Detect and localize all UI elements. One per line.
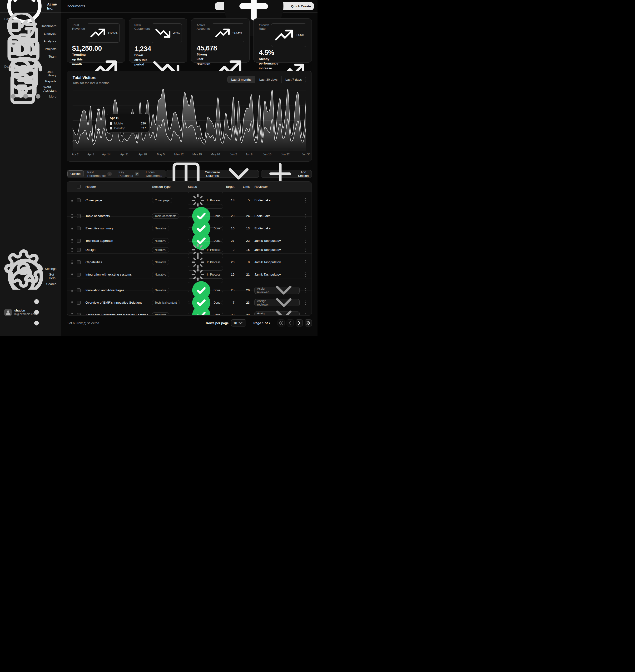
drag-handle-icon[interactable] — [69, 226, 74, 231]
limit-value[interactable]: 23 — [237, 301, 250, 304]
previous-page-button[interactable] — [287, 319, 294, 327]
row-header-title[interactable]: Cover page — [85, 199, 152, 202]
stat-card-label: New Customers — [134, 23, 150, 30]
add-section-button[interactable]: Add Section — [261, 170, 312, 178]
row-menu-button[interactable] — [303, 287, 309, 294]
target-value[interactable]: 10 — [223, 227, 237, 230]
rows-per-page-select[interactable]: 10 — [231, 319, 246, 327]
limit-value[interactable]: 8 — [237, 260, 250, 264]
row-checkbox[interactable] — [77, 260, 81, 264]
row-menu-button[interactable] — [303, 213, 309, 219]
limit-value[interactable]: 24 — [237, 214, 250, 218]
row-header-title[interactable]: Innovation and Advantages — [85, 288, 152, 292]
quick-create-label: Quick Create — [291, 4, 311, 8]
sidebar-header: Acme Inc. — [0, 0, 61, 13]
sidebar-group-documents: DocumentsData LibraryReportsWord Assista… — [2, 64, 58, 100]
section-type-badge: Narrative — [152, 260, 169, 265]
row-checkbox[interactable] — [77, 288, 81, 292]
first-page-button[interactable] — [278, 319, 285, 327]
row-menu-button[interactable] — [303, 197, 309, 204]
limit-value[interactable]: 21 — [237, 273, 250, 276]
table-tabs: OutlinePast Performance3Key Personnel2Fo… — [67, 170, 166, 178]
drag-handle-icon[interactable] — [69, 214, 74, 219]
trend-badge: +12.5% — [212, 23, 244, 42]
sidebar-item-search[interactable]: Search — [2, 280, 58, 288]
tooltip-desktop-value: 327 — [140, 126, 146, 130]
tab-label: Focus Documents — [146, 171, 162, 178]
next-page-button[interactable] — [295, 319, 303, 327]
row-header-title[interactable]: Capabilities — [85, 260, 152, 264]
row-header-title[interactable]: Executive summary — [85, 227, 152, 230]
table-row-overview-of-emr-s-innovative-solutions: Overview of EMR's Innovative SolutionsTe… — [67, 291, 311, 303]
target-value[interactable]: 2 — [223, 248, 237, 251]
limit-value[interactable]: 13 — [237, 227, 250, 230]
sidebar-item-more[interactable]: More — [2, 93, 58, 100]
row-checkbox[interactable] — [77, 273, 81, 276]
row-menu-button[interactable] — [303, 259, 309, 266]
drag-handle-icon[interactable] — [69, 247, 74, 252]
row-header-title[interactable]: Design — [85, 248, 152, 251]
row-checkbox[interactable] — [77, 199, 81, 202]
row-checkbox[interactable] — [77, 313, 81, 316]
range-button-last-3-months[interactable]: Last 3 months — [227, 76, 255, 83]
row-menu-button[interactable] — [303, 312, 309, 316]
target-value[interactable]: 27 — [223, 239, 237, 243]
drag-handle-icon[interactable] — [69, 272, 74, 277]
drag-handle-icon[interactable] — [69, 238, 74, 243]
limit-value[interactable]: 5 — [237, 199, 250, 202]
quick-create-button[interactable]: Quick Create — [215, 2, 314, 10]
select-all-checkbox[interactable] — [77, 185, 81, 188]
target-value[interactable]: 29 — [223, 214, 237, 218]
tab-label: Past Performance — [87, 171, 106, 178]
row-header-title[interactable]: Technical approach — [85, 239, 152, 243]
drag-handle-icon[interactable] — [69, 288, 74, 293]
row-menu-button[interactable] — [303, 225, 309, 232]
x-tick: Apr 21 — [120, 153, 129, 156]
limit-value[interactable]: 26 — [237, 288, 250, 292]
dots-vertical-icon — [17, 292, 57, 332]
row-menu-button[interactable] — [303, 238, 309, 244]
row-menu-button[interactable] — [303, 271, 309, 278]
target-value[interactable]: 19 — [223, 273, 237, 276]
target-value[interactable]: 30 — [223, 313, 237, 316]
chart-heading: Total Visitors Total for the last 3 mont… — [72, 76, 109, 85]
tab-outline[interactable]: Outline — [67, 171, 84, 177]
row-checkbox[interactable] — [77, 248, 81, 252]
last-page-button[interactable] — [305, 319, 312, 327]
row-checkbox[interactable] — [77, 214, 81, 218]
x-tick: Apr 2 — [72, 153, 79, 156]
row-header-title[interactable]: Overview of EMR's Innovative Solutions — [85, 301, 152, 304]
user-menu[interactable]: shadcn m@example.com — [2, 291, 58, 334]
target-value[interactable]: 25 — [223, 288, 237, 292]
row-header-title[interactable]: Integration with existing systems — [85, 273, 152, 276]
drag-handle-icon[interactable] — [69, 300, 74, 305]
row-menu-button[interactable] — [303, 247, 309, 253]
row-checkbox[interactable] — [77, 301, 81, 305]
tab-focus-documents[interactable]: Focus Documents — [143, 171, 165, 177]
tab-key-personnel[interactable]: Key Personnel2 — [115, 171, 142, 177]
assign-reviewer-select[interactable]: Assign reviewer — [255, 312, 300, 316]
drag-handle-icon[interactable] — [69, 198, 74, 203]
row-menu-button[interactable] — [303, 299, 309, 306]
row-header-title[interactable]: Table of contents — [85, 214, 152, 218]
stat-cards: Total Revenue+12.5%$1,250.00Trending up … — [67, 18, 312, 63]
range-button-last-30-days[interactable]: Last 30 days — [255, 76, 281, 83]
sections-table: HeaderSection TypeStatusTargetLimitRevie… — [67, 181, 312, 316]
x-tick: Jun 22 — [281, 153, 290, 156]
row-checkbox[interactable] — [77, 227, 81, 230]
tab-past-performance[interactable]: Past Performance3 — [84, 171, 115, 177]
drag-handle-icon[interactable] — [69, 312, 74, 316]
drag-handle-icon[interactable] — [69, 260, 74, 265]
row-header-title[interactable]: Advanced Algorithms and Machine Learning — [85, 313, 152, 316]
customize-columns-button[interactable]: Customize Columns — [166, 170, 259, 178]
reviewer-cell: Eddie Lake — [250, 214, 300, 218]
target-value[interactable]: 18 — [223, 199, 237, 202]
row-checkbox[interactable] — [77, 239, 81, 243]
limit-value[interactable]: 16 — [237, 248, 250, 251]
limit-value[interactable]: 28 — [237, 313, 250, 316]
range-button-last-7-days[interactable]: Last 7 days — [281, 76, 306, 83]
target-value[interactable]: 20 — [223, 260, 237, 264]
limit-value[interactable]: 23 — [237, 239, 250, 243]
reviewer-name: Jamik Tashpulatov — [255, 239, 281, 243]
target-value[interactable]: 7 — [223, 301, 237, 304]
